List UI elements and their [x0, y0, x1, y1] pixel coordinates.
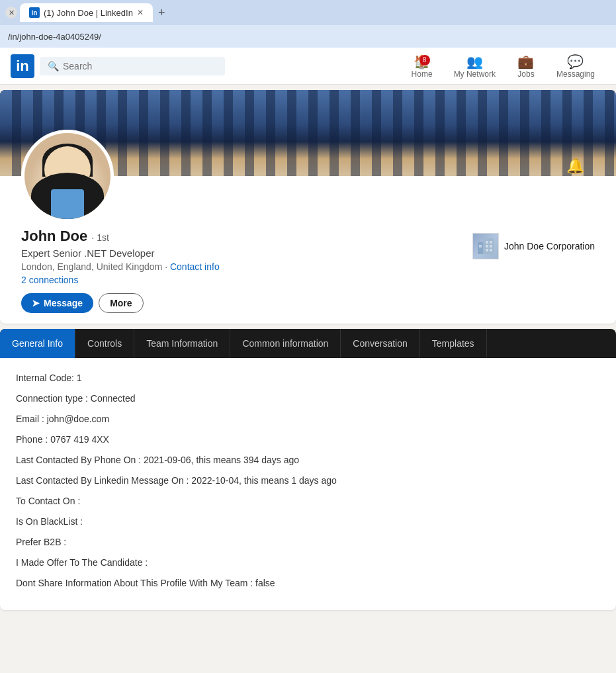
address-text: /in/john-doe-4a0405249/ — [8, 32, 101, 42]
info-to-contact-on: To Contact On : — [16, 494, 600, 508]
nav-jobs[interactable]: 💼 Jobs — [506, 54, 546, 79]
svg-rect-6 — [490, 245, 492, 247]
info-dont-share: Dont Share Information About This Profil… — [16, 576, 600, 590]
profile-location: London, England, United Kingdom · Contac… — [21, 261, 220, 272]
info-phone: Phone : 0767 419 4XX — [16, 433, 600, 447]
profile-info: John Doe · 1st Expert Senior .NET Develo… — [0, 222, 616, 324]
connections-link[interactable]: 2 connections — [21, 275, 220, 285]
extension-tabs: General Info Controls Team Information C… — [0, 329, 616, 358]
home-label: Home — [412, 69, 433, 79]
avatar-shirt — [51, 189, 84, 219]
messaging-label: Messaging — [556, 69, 595, 79]
tab-close-icon[interactable]: ✕ — [137, 8, 144, 17]
messaging-icon: 💬 — [567, 54, 584, 69]
search-input[interactable] — [63, 61, 217, 71]
search-box[interactable]: 🔍 — [40, 57, 225, 75]
bell-icon[interactable]: 🔔 — [566, 157, 584, 174]
info-prefer-b2b: Prefer B2B : — [16, 535, 600, 549]
browser-tab[interactable]: in (1) John Doe | LinkedIn ✕ — [20, 3, 153, 22]
extension-content: Internal Code: 1 Connection type : Conne… — [0, 358, 616, 610]
nav-messaging[interactable]: 💬 Messaging — [546, 54, 605, 79]
info-internal-code: Internal Code: 1 — [16, 371, 600, 385]
tab-title: (1) John Doe | LinkedIn — [44, 8, 133, 18]
profile-actions: ➤ Message More — [21, 293, 220, 313]
message-button[interactable]: ➤ Message — [21, 293, 93, 313]
tab-team-information[interactable]: Team Information — [134, 329, 230, 358]
mynetwork-label: My Network — [454, 69, 496, 79]
mynetwork-icon: 👥 — [466, 54, 483, 69]
company-logo-icon — [472, 233, 499, 259]
tab-general-info[interactable]: General Info — [0, 329, 75, 358]
add-tab-button[interactable]: + — [158, 6, 165, 20]
search-icon: 🔍 — [48, 61, 59, 71]
company-logo-svg — [476, 237, 495, 255]
address-bar: /in/john-doe-4a0405249/ — [0, 25, 616, 48]
profile-avatar — [21, 130, 114, 222]
profile-name: John Doe · 1st — [21, 228, 220, 245]
linkedin-logo-text: in — [16, 58, 29, 75]
location-separator: · — [165, 261, 170, 272]
contact-info-link[interactable]: Contact info — [170, 261, 220, 272]
info-made-offer: I Made Offer To The Candidate : — [16, 556, 600, 570]
svg-rect-7 — [486, 249, 488, 251]
svg-rect-2 — [479, 245, 482, 247]
tab-conversation[interactable]: Conversation — [341, 329, 420, 358]
avatar-image — [24, 133, 110, 219]
info-email: Email : john@doe.com — [16, 412, 600, 426]
location-text: London, England, United Kingdom — [21, 261, 162, 272]
profile-name-text: John Doe — [21, 228, 87, 244]
svg-rect-4 — [490, 241, 492, 244]
extension-panel: General Info Controls Team Information C… — [0, 329, 616, 610]
browser-titlebar: ✕ in (1) John Doe | LinkedIn ✕ + — [0, 0, 616, 25]
tab-common-information[interactable]: Common information — [230, 329, 341, 358]
linkedin-logo: in — [11, 54, 34, 78]
jobs-icon: 💼 — [517, 54, 534, 69]
profile-card: 🔔 John Doe · 1st Expert Senior .NET Deve… — [0, 90, 616, 324]
avatar-circle — [21, 130, 114, 222]
avatar-body — [31, 173, 104, 219]
linkedin-header: in 🔍 🏠 8 Home 👥 My Network 💼 Jobs 💬 Mess… — [0, 48, 616, 85]
message-arrow-icon: ➤ — [32, 298, 40, 308]
profile-company: John Doe Corporation — [472, 233, 595, 259]
message-label: Message — [44, 298, 83, 308]
nav-mynetwork[interactable]: 👥 My Network — [443, 54, 506, 79]
info-is-blacklist: Is On BlackList : — [16, 515, 600, 529]
svg-rect-5 — [486, 245, 488, 247]
svg-rect-3 — [486, 241, 488, 244]
tab-controls[interactable]: Controls — [75, 329, 134, 358]
info-connection-type: Connection type : Connected — [16, 392, 600, 406]
nav-home[interactable]: 🏠 8 Home — [401, 54, 443, 79]
more-button[interactable]: More — [99, 293, 143, 313]
profile-title: Expert Senior .NET Developer — [21, 247, 220, 259]
jobs-label: Jobs — [517, 69, 534, 79]
linkedin-favicon-icon: in — [29, 7, 40, 18]
svg-rect-8 — [490, 249, 492, 251]
tab-close-button[interactable]: ✕ — [5, 7, 17, 19]
home-badge: 8 — [419, 55, 430, 66]
main-nav: 🏠 8 Home 👥 My Network 💼 Jobs 💬 Messaging — [401, 54, 605, 79]
tab-templates[interactable]: Templates — [420, 329, 487, 358]
info-last-phone: Last Contacted By Phone On : 2021-09-06,… — [16, 453, 600, 467]
info-last-linkedin: Last Contacted By Linkedin Message On : … — [16, 474, 600, 488]
profile-degree: · 1st — [91, 232, 109, 243]
profile-left: John Doe · 1st Expert Senior .NET Develo… — [21, 228, 220, 313]
company-name: John Doe Corporation — [504, 241, 595, 251]
